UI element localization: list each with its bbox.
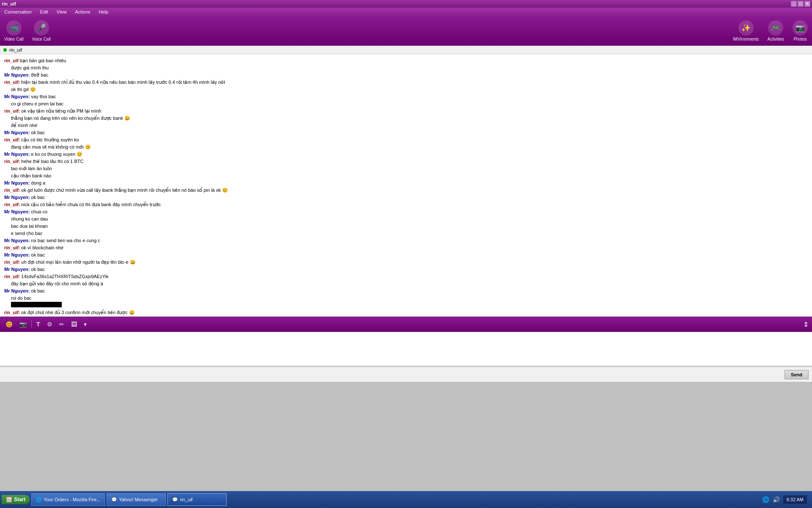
chat-message: Mr Nguyen: dong a bbox=[4, 179, 808, 186]
maximize-button[interactable]: □ bbox=[798, 1, 804, 7]
chat-message: rin_uif: cậu có btc thường xuyên ko bbox=[4, 136, 808, 143]
send-button[interactable]: Send bbox=[785, 370, 809, 379]
imvironments-icon: ✨ bbox=[738, 20, 754, 36]
close-button[interactable]: ✕ bbox=[804, 1, 810, 7]
system-clock: 6:32 AM bbox=[783, 495, 807, 504]
chat-message: tao mới làm ăn luôn bbox=[4, 165, 808, 172]
taskbar-right: 🌐 🔊 6:32 AM bbox=[762, 495, 810, 504]
taskbar-yahoo-icon: 💬 bbox=[111, 497, 117, 502]
video-call-icon: 📹 bbox=[6, 20, 22, 36]
photos-icon: 📷 bbox=[793, 20, 808, 36]
chat-message: rin_uif: ok vậy tầm nữa tiếng nữa PM lại… bbox=[4, 108, 808, 114]
chat-message bbox=[4, 302, 808, 309]
taskbar-item-rin[interactable]: 💬 rin_uif bbox=[167, 493, 227, 506]
bg-button[interactable]: 🖼 bbox=[69, 320, 79, 329]
status-bar: rin_uif bbox=[0, 46, 812, 54]
video-call-button[interactable]: 📹 Video Call bbox=[4, 20, 23, 41]
imvironments-button[interactable]: ✨ IMVironments bbox=[733, 20, 759, 41]
chat-message: Mr Nguyen: ok bac bbox=[4, 266, 808, 273]
chat-message: rin_uif: ok ví blockchain nhé bbox=[4, 244, 808, 251]
chat-message: đang cần mua sll mà không có mới 😊 bbox=[4, 144, 808, 150]
chat-message: e send cho bac bbox=[4, 230, 808, 237]
taskbar-item-firefox[interactable]: 🌐 Your Orders - Mozilla Fire... bbox=[31, 493, 105, 506]
minimize-button[interactable]: _ bbox=[791, 1, 797, 7]
chat-message: rin_uif: uh đợi chút mọi lần toàn nhờ ng… bbox=[4, 259, 808, 265]
menu-help[interactable]: Help bbox=[96, 8, 111, 15]
chat-message: được giá mình thu bbox=[4, 64, 808, 71]
chat-message: Mr Nguyen: chua co bbox=[4, 208, 808, 215]
video-call-label: Video Call bbox=[4, 37, 23, 41]
taskbar-item-yahoo[interactable]: 💬 Yahoo! Messenger bbox=[107, 493, 166, 506]
chat-message: rin_uif: nick cậu có bảo hiểm chưa có th… bbox=[4, 201, 808, 208]
activities-icon: 🎮 bbox=[768, 20, 783, 36]
photos-button[interactable]: 📷 Photos bbox=[793, 20, 808, 41]
chat-message: rin_uif: ok đợi chút nhé đủ 3 confirm mớ… bbox=[4, 309, 808, 316]
chat-message: co gi chieu e pmm lai bac bbox=[4, 100, 808, 107]
format-right[interactable]: ⇕ bbox=[803, 320, 809, 329]
title-bar-buttons: _ □ ✕ bbox=[791, 1, 810, 7]
chat-message: roi do bac bbox=[4, 295, 808, 301]
start-label: Start bbox=[14, 497, 25, 502]
chat-message: rin_uif bạn bán giá bao nhiêu bbox=[4, 57, 808, 64]
title-bar: rin_uif _ □ ✕ bbox=[0, 0, 812, 8]
status-dot bbox=[3, 48, 7, 52]
toolbar-right: ✨ IMVironments 🎮 Activities 📷 Photos bbox=[733, 20, 808, 41]
taskbar-firefox-icon: 🌐 bbox=[36, 497, 42, 502]
taskbar-rin-label: rin_uif bbox=[180, 497, 192, 502]
chat-message: Mr Nguyen: ok bac bbox=[4, 316, 808, 317]
start-icon: 🪟 bbox=[6, 497, 12, 502]
pen-button[interactable]: ✏ bbox=[57, 320, 66, 329]
status-username: rin_uif bbox=[9, 47, 22, 52]
menu-view[interactable]: View bbox=[54, 8, 69, 15]
voice-call-button[interactable]: 🎤 Voice Call bbox=[32, 20, 50, 41]
chat-message: rin_uif: 14zdvFa36s1a2THXRiTSdsZGxjs9AEz… bbox=[4, 273, 808, 280]
title-bar-text: rin_uif bbox=[2, 1, 16, 6]
chat-message: Mr Nguyen: ok bac bbox=[4, 129, 808, 136]
chat-message: đây bạn gửi vào đây rồi cho mình số đồng… bbox=[4, 280, 808, 287]
chat-message: rin_uif: hehe thế bao lâu thì có 1 BTC bbox=[4, 158, 808, 165]
network-tray-icon: 🌐 bbox=[762, 496, 769, 503]
photos-label: Photos bbox=[793, 37, 807, 41]
menu-edit[interactable]: Edit bbox=[38, 8, 51, 15]
chat-message: Mr Nguyen: ok bac bbox=[4, 194, 808, 201]
message-input[interactable] bbox=[0, 332, 812, 366]
taskbar-firefox-label: Your Orders - Mozilla Fire... bbox=[44, 497, 100, 502]
settings-button[interactable]: ⚙ bbox=[45, 320, 55, 329]
chat-message: Mr Nguyen: e ko co thuong xuyen 😊 bbox=[4, 151, 808, 157]
activities-button[interactable]: 🎮 Activities bbox=[768, 20, 784, 41]
menu-bar: Conversation Edit View Actions Help bbox=[0, 8, 812, 16]
chat-message: cậu nhận bank nào bbox=[4, 172, 808, 179]
chat-message: nhung ko can dau bbox=[4, 215, 808, 222]
emoji-button[interactable]: 😊 bbox=[3, 320, 15, 329]
send-bar: Send bbox=[0, 367, 812, 382]
volume-tray-icon: 🔊 bbox=[773, 496, 780, 503]
chat-message: thằng bạn nó đang trên oto nên ko chuyển… bbox=[4, 115, 808, 121]
menu-conversation[interactable]: Conversation bbox=[2, 8, 34, 15]
voice-call-icon: 🎤 bbox=[34, 20, 49, 36]
chat-message: Mr Nguyen: 8trỡ bac bbox=[4, 72, 808, 78]
activities-label: Activities bbox=[768, 37, 784, 41]
chat-message: bac dua tai khoan bbox=[4, 223, 808, 229]
taskbar: 🪟 Start 🌐 Your Orders - Mozilla Fire... … bbox=[0, 491, 812, 508]
chat-message: Mr Nguyen: ok bac bbox=[4, 287, 808, 294]
image-button[interactable]: 📷 bbox=[17, 320, 29, 329]
chat-area[interactable]: rin_uif bạn bán giá bao nhiêuđược giá mì… bbox=[0, 54, 812, 317]
chat-message: rin_uif: hiện tại bank mình chỉ đủ thu v… bbox=[4, 79, 808, 86]
format-divider-1 bbox=[31, 320, 32, 329]
chat-message: Mr Nguyen: ok bac bbox=[4, 251, 808, 258]
font-button[interactable]: T bbox=[34, 320, 42, 329]
format-toolbar: 😊 📷 T ⚙ ✏ 🖼 ▾ ⇕ bbox=[0, 317, 812, 332]
taskbar-rin-icon: 💬 bbox=[172, 497, 178, 502]
start-button[interactable]: 🪟 Start bbox=[2, 495, 30, 504]
imvironments-label: IMVironments bbox=[733, 37, 759, 41]
chat-message: ok thi gd 😊 bbox=[4, 86, 808, 93]
chat-message: Mr Nguyen: vay thoi bac bbox=[4, 93, 808, 100]
chat-message: rin_uif: ok gd luôn được chứ mình vừa ca… bbox=[4, 187, 808, 193]
chat-message: để mình nhé bbox=[4, 122, 808, 129]
taskbar-yahoo-label: Yahoo! Messenger bbox=[119, 497, 158, 502]
chat-message: Mr Nguyen: roi bac send tien wa cho e cu… bbox=[4, 237, 808, 244]
voice-call-label: Voice Call bbox=[32, 37, 50, 41]
toolbar: 📹 Video Call 🎤 Voice Call ✨ IMVironments… bbox=[0, 16, 812, 46]
more-button[interactable]: ▾ bbox=[82, 320, 89, 329]
menu-actions[interactable]: Actions bbox=[72, 8, 93, 15]
